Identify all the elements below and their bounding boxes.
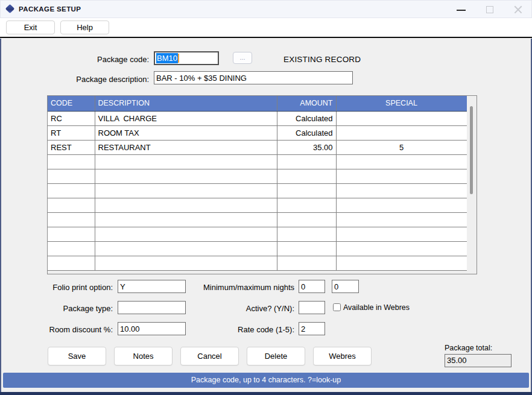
min-max-nights-label: Minimum/maximum nights xyxy=(169,283,294,292)
help-button[interactable]: Help xyxy=(60,21,109,34)
package-total-value: 35.00 xyxy=(445,354,511,367)
folio-print-option-label: Folio print option: xyxy=(12,283,113,292)
window-border-bottom xyxy=(0,392,532,395)
cell-code[interactable]: RT xyxy=(48,125,95,140)
webres-button[interactable]: Webres xyxy=(313,347,372,365)
package-code-selected-text: BM10 xyxy=(156,53,178,63)
table-row-empty[interactable] xyxy=(48,169,467,183)
lookup-button[interactable]: ... xyxy=(233,52,252,64)
exit-button[interactable]: Exit xyxy=(6,21,55,34)
scrollbar-thumb[interactable] xyxy=(470,106,473,194)
text-caret xyxy=(178,54,179,63)
package-setup-window: PACKAGE SETUP Exit Help Package code: BM… xyxy=(0,0,532,395)
table-header-row: CODE DESCRIPTION AMOUNT SPECIAL xyxy=(48,96,467,111)
minimize-icon[interactable] xyxy=(455,4,468,15)
table-row-empty[interactable] xyxy=(48,241,467,256)
minimum-nights-input[interactable] xyxy=(299,280,325,293)
package-total-label: Package total: xyxy=(445,344,492,352)
delete-button[interactable]: Delete xyxy=(247,347,305,365)
column-header-special[interactable]: SPECIAL xyxy=(336,96,467,111)
available-in-webres-label: Available in Webres xyxy=(343,303,410,312)
column-header-description[interactable]: DESCRIPTION xyxy=(95,96,277,111)
status-bar: Package code, up to 4 characters. ?=look… xyxy=(3,373,529,388)
vertical-scrollbar[interactable] xyxy=(467,96,477,274)
table-row[interactable]: REST RESTAURANT 35.00 5 xyxy=(48,140,467,154)
cancel-button[interactable]: Cancel xyxy=(180,347,239,365)
active-input[interactable] xyxy=(299,301,325,314)
cell-description[interactable]: ROOM TAX xyxy=(95,125,277,140)
active-label: Active? (Y/N): xyxy=(169,304,294,313)
rate-code-input[interactable] xyxy=(299,322,325,335)
cell-description[interactable]: VILLA CHARGE xyxy=(95,111,277,125)
charges-table: CODE DESCRIPTION AMOUNT SPECIAL RC VILLA… xyxy=(48,96,467,271)
cell-code[interactable]: REST xyxy=(48,140,95,154)
cell-amount[interactable]: 35.00 xyxy=(277,140,336,154)
table-row[interactable]: RT ROOM TAX Calculated xyxy=(48,125,467,140)
table-row-empty[interactable] xyxy=(48,212,467,227)
package-code-input[interactable]: BM10 xyxy=(154,51,219,65)
cell-special[interactable] xyxy=(336,125,467,140)
cell-description[interactable]: RESTAURANT xyxy=(95,140,277,154)
column-header-code[interactable]: CODE xyxy=(48,96,95,111)
package-code-label: Package code: xyxy=(36,55,149,64)
table-row-empty[interactable] xyxy=(48,183,467,198)
room-discount-label: Room discount %: xyxy=(12,325,113,334)
table-row-empty[interactable] xyxy=(48,198,467,212)
table-row-empty[interactable] xyxy=(48,154,467,169)
package-description-label: Package description: xyxy=(24,75,149,84)
cell-code[interactable]: RC xyxy=(48,111,95,125)
window-title: PACKAGE SETUP xyxy=(19,5,81,13)
maximize-icon[interactable] xyxy=(484,4,497,15)
available-in-webres-checkbox[interactable] xyxy=(333,303,341,311)
save-button[interactable]: Save xyxy=(48,347,106,365)
cell-special[interactable] xyxy=(336,111,467,125)
notes-button[interactable]: Notes xyxy=(114,347,173,365)
rate-code-label: Rate code (1-5): xyxy=(169,325,294,334)
title-bar: PACKAGE SETUP xyxy=(0,0,532,18)
charges-grid: CODE DESCRIPTION AMOUNT SPECIAL RC VILLA… xyxy=(47,95,477,274)
table-row-empty[interactable] xyxy=(48,256,467,270)
record-status-text: EXISTING RECORD xyxy=(283,55,361,64)
table-row-empty[interactable] xyxy=(48,227,467,241)
window-border-left xyxy=(0,39,1,395)
package-type-label: Package type: xyxy=(12,304,113,313)
cell-special[interactable]: 5 xyxy=(336,140,467,154)
close-icon[interactable] xyxy=(511,4,525,15)
app-icon xyxy=(5,4,15,14)
cell-amount[interactable]: Calculated xyxy=(277,125,336,140)
column-header-amount[interactable]: AMOUNT xyxy=(277,96,336,111)
maximum-nights-input[interactable] xyxy=(332,280,359,293)
cell-amount[interactable]: Calculated xyxy=(277,111,336,125)
package-description-input[interactable] xyxy=(154,71,353,84)
table-row[interactable]: RC VILLA CHARGE Calculated xyxy=(48,111,467,125)
toolbar: Exit Help xyxy=(0,18,532,38)
